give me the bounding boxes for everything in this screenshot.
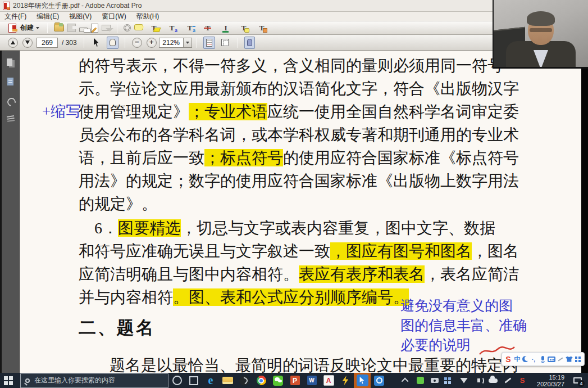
file-explorer-taskbar-icon[interactable] [219, 373, 236, 388]
highlight-text-icon[interactable] [147, 22, 161, 34]
webcam-speaker-hair [527, 11, 555, 26]
pen-input-icon[interactable] [500, 373, 515, 388]
screen-recorder-taskbar-icon[interactable] [337, 373, 354, 388]
volume-icon[interactable] [471, 373, 486, 388]
page-number-input[interactable]: 269 [37, 38, 58, 48]
annotation-tool-taskbar-icon[interactable] [354, 373, 371, 388]
bookmarks-icon[interactable] [6, 77, 16, 87]
window-title: 2018年研究生手册.pdf - Adobe Acrobat Pro [13, 1, 142, 11]
toolbox-icon[interactable] [574, 355, 582, 363]
email-icon[interactable] [102, 25, 111, 31]
wifi-icon[interactable] [457, 373, 471, 388]
chinese-mode-icon[interactable] [513, 355, 521, 363]
cortana-taskbar-icon[interactable] [168, 373, 185, 388]
chrome-taskbar-icon[interactable] [253, 373, 270, 388]
body-text: 用法》的规定；数字的使用应符合国家标准《出版物上数字用法 [79, 172, 519, 190]
docking-icon[interactable] [442, 373, 457, 388]
navigation-pane-sidebar [0, 51, 20, 373]
menu-item[interactable]: 视图(V) [69, 12, 92, 21]
microphone-icon[interactable] [539, 355, 546, 363]
edge-taskbar-icon[interactable] [202, 373, 219, 388]
highlighted-text: 图要精选 [118, 219, 181, 237]
sogou-tray-icon[interactable] [515, 373, 530, 388]
body-text: 语，且前后应一致 [79, 149, 204, 166]
insert-text-icon[interactable] [218, 22, 233, 34]
acrobat-taskbar-icon[interactable] [320, 373, 337, 388]
ime-toolbar [502, 352, 585, 366]
text-callout-icon[interactable] [236, 22, 251, 34]
toolbar-separator [125, 38, 125, 48]
previous-page-button[interactable] [8, 38, 18, 48]
soft-keyboard-icon[interactable] [548, 357, 555, 362]
highlighted-text: ；标点符号 [204, 149, 283, 166]
replace-text-icon[interactable] [183, 22, 197, 34]
zoom-out-button[interactable]: − [132, 38, 142, 48]
wechat-tray-icon[interactable] [413, 373, 427, 388]
cloud-icon[interactable] [486, 373, 500, 388]
menu-item[interactable]: 帮助(H) [136, 12, 159, 21]
punctuation-icon[interactable] [530, 355, 537, 363]
zoom-level-input[interactable]: 212% [159, 38, 184, 48]
ink-annotation-line: 图的信息丰富、准确 [400, 316, 527, 335]
attachments-icon[interactable] [6, 97, 16, 106]
start-button[interactable] [0, 373, 20, 388]
skin-icon[interactable] [566, 357, 573, 362]
menu-item[interactable]: 窗口(W) [102, 12, 126, 21]
document-text-line: 语，且前后应一致；标点符号的使用应符合国家标准《标点符号 [79, 148, 519, 168]
body-text: 应简洁明确且与图中内容相符。 [79, 265, 299, 283]
meeting-app-taskbar-icon[interactable] [236, 373, 253, 388]
touch-mode-button[interactable] [244, 37, 255, 49]
menu-item[interactable]: 文件(F) [4, 12, 26, 21]
sticky-note-icon[interactable] [134, 24, 143, 30]
scrolling-mode-button[interactable] [203, 37, 215, 49]
taskbar-clock[interactable]: 15:19 2020/3/27 [537, 374, 564, 387]
capture-tray-icon[interactable] [427, 373, 442, 388]
fit-page-icon [221, 39, 229, 46]
page-thumbnails-icon[interactable] [6, 58, 16, 67]
zoom-dropdown-button[interactable] [184, 38, 192, 48]
strikethrough-text-icon[interactable] [200, 22, 215, 34]
handwriting-icon[interactable] [557, 355, 564, 363]
pdf-page: 的符号表示，不得一符多义，含义相同的量则必须用同一符号示。学位论文应用最新颁布的… [20, 51, 584, 373]
open-file-icon[interactable] [54, 24, 64, 31]
menu-item[interactable]: 编辑(E) [37, 12, 59, 21]
fit-page-button[interactable] [218, 37, 231, 49]
minus-icon: − [135, 38, 139, 46]
select-tool-icon[interactable] [93, 38, 101, 47]
text-box-icon[interactable] [254, 22, 269, 34]
highlighted-text: 。图、表和公式应分别顺序编号。 [173, 288, 409, 306]
zoom-in-button[interactable]: + [147, 38, 157, 48]
camera-app-taskbar-icon[interactable] [371, 373, 388, 388]
powerpoint-taskbar-icon[interactable] [286, 373, 303, 388]
add-text-icon[interactable] [165, 22, 179, 34]
body-text: 的符号表示，不得一符多义，含义相同的量则必须用同一符号 [79, 57, 503, 74]
ink-annotation-line: 避免没有意义的图 [400, 296, 513, 315]
wechat-taskbar-icon[interactable] [270, 373, 286, 388]
word-taskbar-icon[interactable] [303, 373, 320, 388]
save-file-icon[interactable] [67, 24, 76, 32]
settings-gear-icon[interactable] [124, 24, 131, 31]
task-view-taskbar-icon[interactable] [185, 373, 202, 388]
highlighted-text: ，图应有图号和图名 [330, 242, 472, 260]
sogou-logo-icon[interactable] [504, 355, 512, 363]
print-icon[interactable] [79, 28, 88, 32]
notification-center-button[interactable]: 4 [570, 373, 585, 388]
create-button[interactable]: 创建 [3, 22, 43, 34]
highlighted-text: 表应有表序和表名 [299, 265, 425, 283]
webcam-speaker-glasses [530, 28, 552, 32]
chevron-down-icon [36, 27, 39, 29]
search-input[interactable]: 在这里输入你要搜索的内容 [20, 373, 168, 388]
taskbar-apps [168, 373, 388, 388]
signatures-icon[interactable] [6, 114, 16, 124]
toolbar-separator [238, 38, 238, 48]
hand-icon [110, 39, 116, 46]
page-scroll-icon [206, 39, 212, 47]
ink-annotation-left[interactable]: +缩写 [42, 101, 81, 121]
half-moon-icon[interactable] [522, 356, 528, 362]
next-page-button[interactable] [22, 38, 33, 48]
hand-tool-button[interactable] [107, 37, 118, 49]
sign-document-icon[interactable] [91, 24, 98, 33]
arrow-up-icon [11, 40, 15, 44]
tray-expand-icon[interactable] [398, 373, 413, 388]
create-pdf-icon [8, 24, 16, 33]
